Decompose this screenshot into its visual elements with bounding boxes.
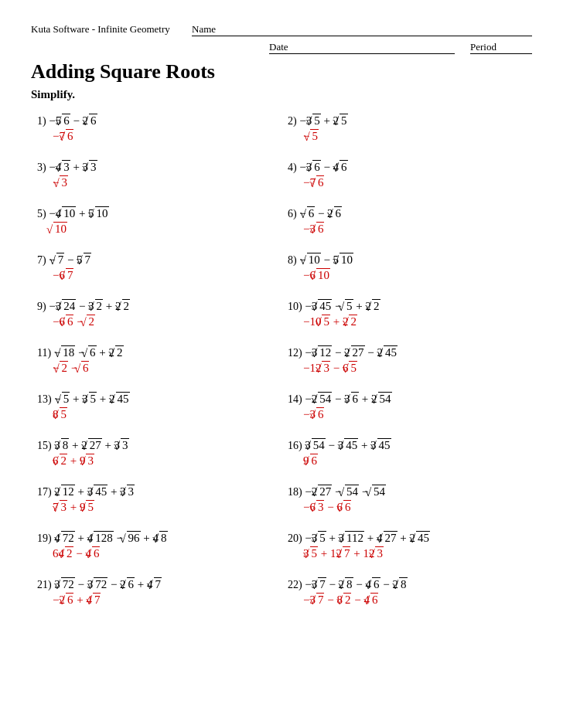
problem-item: 17) 2√12 + 3√45 + 3√37√3 + 9√5 [31,480,282,526]
problems-grid: 1) −5√6 − 2√6−7√62) −3√5 + 2√5−√53) −4√3… [31,109,532,619]
problem-item: 4) −3√6 − 4√6−7√6 [282,155,532,202]
name-line: Name [192,23,532,36]
problem-answer: −3√6 [288,222,526,236]
problem-answer: −2√6 + 4√7 [37,593,275,607]
problem-question: 8) −√10 − 5√10 [288,253,526,267]
problem-item: 20) −3√5 + 3√112 + 4√27 + 2√453√5 + 12√7… [282,526,532,573]
problem-question: 7) −√7 − 5√7 [37,253,275,267]
problem-item: 3) −4√3 + 3√3−√3 [31,155,282,202]
problem-answer: −12√3 − 6√5 [288,361,526,375]
problem-question: 6) −√6 − 2√6 [288,206,526,220]
problem-question: 19) 4√72 + 4√128 − √96 + 4√8 [37,531,275,545]
problem-question: 3) −4√3 + 3√3 [37,160,275,174]
problem-question: 21) 3√72 − 3√72 − 2√6 + 4√7 [37,577,275,591]
problem-question: 15) 3√8 + 2√27 + 3√3 [37,438,275,452]
problem-answer: −√2 − √6 [37,361,275,375]
period-label: Period [470,41,532,54]
problem-item: 8) −√10 − 5√10−6√10 [282,248,532,294]
problem-question: 4) −3√6 − 4√6 [288,160,526,174]
problem-answer: −7√6 [37,129,275,143]
problem-answer: −6√10 [288,268,526,282]
problem-item: 14) −2√54 − 3√6 + 2√54−3√6 [282,387,532,434]
problem-question: 9) −3√24 − 3√2 + 2√2 [37,299,275,313]
problem-item: 10) −3√45 − √5 + 2√2−10√5 + 2√2 [282,294,532,341]
problem-question: 1) −5√6 − 2√6 [37,114,275,128]
instruction: Simplify. [31,88,532,101]
problem-item: 1) −5√6 − 2√6−7√6 [31,109,282,155]
problem-question: 14) −2√54 − 3√6 + 2√54 [288,392,526,406]
problem-item: 7) −√7 − 5√7−6√7 [31,248,282,294]
problem-question: 16) 3√54 − 3√45 + 3√45 [288,438,526,452]
problem-answer: −3√6 [288,407,526,421]
problem-answer: 7√3 + 9√5 [37,500,275,514]
problem-question: 22) −3√7 − 2√8 − 4√6 − 2√8 [288,577,526,591]
problem-item: 11) −√18 − √6 + 2√2−√2 − √6 [31,341,282,387]
problem-answer: 8√5 [37,407,275,421]
page-title: Adding Square Roots [31,60,532,83]
problem-question: 2) −3√5 + 2√5 [288,114,526,128]
problem-answer: −7√6 [288,175,526,189]
problem-item: 16) 3√54 − 3√45 + 3√459√6 [282,434,532,480]
problem-question: 17) 2√12 + 3√45 + 3√3 [37,485,275,498]
date-label: Date [269,41,455,54]
problem-answer: −10√5 + 2√2 [288,315,526,328]
problem-answer: 64√2 − 4√6 [37,546,275,560]
problem-item: 21) 3√72 − 3√72 − 2√6 + 4√7−2√6 + 4√7 [31,573,282,619]
problem-question: 10) −3√45 − √5 + 2√2 [288,299,526,313]
problem-answer: 3√5 + 12√7 + 12√3 [288,546,526,560]
problem-question: 18) −2√27 − √54 − √54 [288,485,526,498]
problem-answer: −6√3 − 6√6 [288,500,526,514]
problem-item: 2) −3√5 + 2√5−√5 [282,109,532,155]
problem-answer: −6√6 − √2 [37,315,275,328]
problem-question: 12) −3√12 − 2√27 − 2√45 [288,345,526,359]
problem-answer: −√5 [288,129,526,143]
problem-answer: −6√7 [37,268,275,282]
problem-answer: 9√6 [288,454,526,468]
problem-question: 20) −3√5 + 3√112 + 4√27 + 2√45 [288,531,526,545]
problem-question: 5) −4√10 + 5√10 [37,206,275,220]
problem-item: 5) −4√10 + 5√10√10 [31,202,282,248]
problem-answer: −√3 [37,175,275,189]
problem-question: 11) −√18 − √6 + 2√2 [37,345,275,359]
problem-item: 19) 4√72 + 4√128 − √96 + 4√864√2 − 4√6 [31,526,282,573]
date-period-line: Date Period [31,41,532,54]
problem-answer: 6√2 + 9√3 [37,454,275,468]
problem-item: 9) −3√24 − 3√2 + 2√2−6√6 − √2 [31,294,282,341]
problem-item: 18) −2√27 − √54 − √54−6√3 − 6√6 [282,480,532,526]
problem-question: 13) −√5 + 3√5 + 2√45 [37,392,275,406]
problem-answer: √10 [37,222,275,236]
problem-item: 6) −√6 − 2√6−3√6 [282,202,532,248]
problem-item: 12) −3√12 − 2√27 − 2√45−12√3 − 6√5 [282,341,532,387]
header: Kuta Software - Infinite Geometry Name [31,23,532,36]
problem-item: 13) −√5 + 3√5 + 2√458√5 [31,387,282,434]
problem-answer: −3√7 − 8√2 − 4√6 [288,593,526,607]
software-name: Kuta Software - Infinite Geometry [31,23,170,36]
problem-item: 15) 3√8 + 2√27 + 3√36√2 + 9√3 [31,434,282,480]
problem-item: 22) −3√7 − 2√8 − 4√6 − 2√8−3√7 − 8√2 − 4… [282,573,532,619]
